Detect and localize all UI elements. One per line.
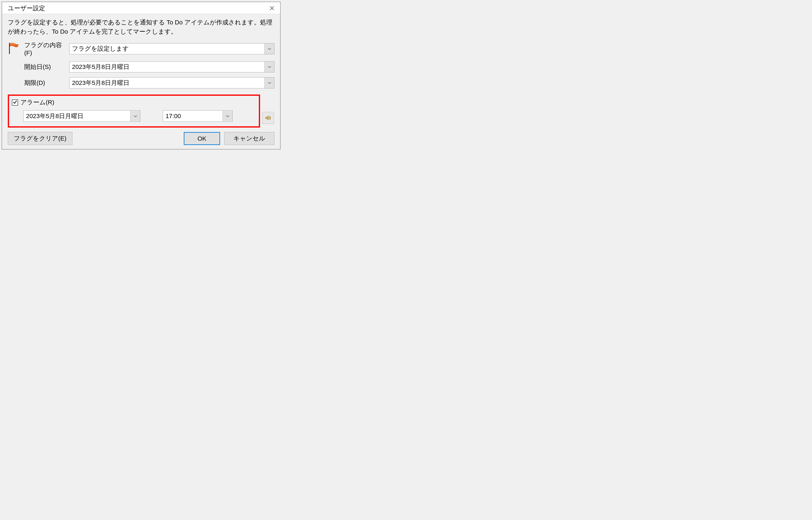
chevron-down-icon: [226, 115, 229, 117]
checkmark-icon: [13, 99, 17, 106]
due-date-label: 期限(D): [24, 79, 65, 87]
chevron-down-icon: [268, 66, 271, 68]
cancel-button[interactable]: キャンセル: [224, 132, 274, 145]
form-area: フラグの内容(F) フラグを設定します 開始日(S) 2023年5月8日月曜日: [8, 41, 274, 93]
right-buttons: OK キャンセル: [184, 132, 274, 145]
chevron-down-icon: [268, 82, 271, 84]
clear-flag-button[interactable]: フラグをクリア(E): [8, 132, 72, 145]
description-text: フラグを設定すると、処理が必要であることを通知する To Do アイテムが作成さ…: [8, 18, 274, 36]
close-button[interactable]: [268, 4, 277, 12]
user-settings-dialog: ユーザー設定 フラグを設定すると、処理が必要であることを通知する To Do ア…: [2, 2, 281, 150]
alarm-time-combo[interactable]: 17:00: [163, 110, 233, 122]
start-date-combo[interactable]: 2023年5月8日月曜日: [69, 61, 274, 72]
alarm-header: アラーム(R): [12, 98, 256, 107]
alarm-wrap: アラーム(R) 2023年5月8日月曜日 17:00: [8, 95, 260, 128]
due-date-dropdown-button[interactable]: [264, 78, 274, 88]
alarm-date-combo[interactable]: 2023年5月8日月曜日: [23, 110, 140, 122]
dialog-title: ユーザー設定: [8, 4, 45, 12]
dialog-content: フラグを設定すると、処理が必要であることを通知する To Do アイテムが作成さ…: [2, 14, 280, 149]
alarm-date-dropdown-button[interactable]: [130, 111, 140, 121]
due-date-row: 期限(D) 2023年5月8日月曜日: [24, 77, 274, 88]
fields-column: フラグの内容(F) フラグを設定します 開始日(S) 2023年5月8日月曜日: [24, 41, 274, 93]
flag-content-value: フラグを設定します: [72, 45, 129, 52]
close-icon: [270, 6, 274, 11]
alarm-label: アラーム(R): [21, 98, 54, 107]
flag-icon-wrap: [8, 41, 20, 93]
titlebar: ユーザー設定: [2, 2, 280, 14]
ok-button[interactable]: OK: [184, 132, 220, 145]
speaker-icon: [264, 114, 272, 122]
flag-icon: [8, 49, 19, 55]
chevron-down-icon: [268, 48, 271, 50]
start-date-value: 2023年5月8日月曜日: [70, 61, 264, 72]
start-date-label: 開始日(S): [24, 63, 65, 71]
alarm-time-dropdown-button[interactable]: [223, 111, 232, 121]
flag-content-dropdown-button[interactable]: [264, 44, 274, 54]
alarm-inputs: 2023年5月8日月曜日 17:00: [12, 110, 256, 122]
flag-content-combo[interactable]: フラグを設定します: [69, 43, 274, 54]
due-date-value: 2023年5月8日月曜日: [70, 78, 264, 88]
button-row: フラグをクリア(E) OK キャンセル: [8, 131, 274, 145]
chevron-down-icon: [133, 115, 137, 117]
flag-content-row: フラグの内容(F) フラグを設定します: [24, 41, 274, 56]
flag-content-label: フラグの内容(F): [24, 41, 65, 56]
start-date-dropdown-button[interactable]: [264, 61, 274, 72]
alarm-section-highlight: アラーム(R) 2023年5月8日月曜日 17:00: [8, 95, 260, 128]
due-date-combo[interactable]: 2023年5月8日月曜日: [69, 77, 274, 88]
alarm-time-value: 17:00: [163, 111, 223, 121]
start-date-row: 開始日(S) 2023年5月8日月曜日: [24, 61, 274, 72]
alarm-checkbox[interactable]: [12, 100, 18, 106]
alarm-date-value: 2023年5月8日月曜日: [24, 111, 130, 122]
alarm-sound-button[interactable]: [262, 112, 274, 124]
